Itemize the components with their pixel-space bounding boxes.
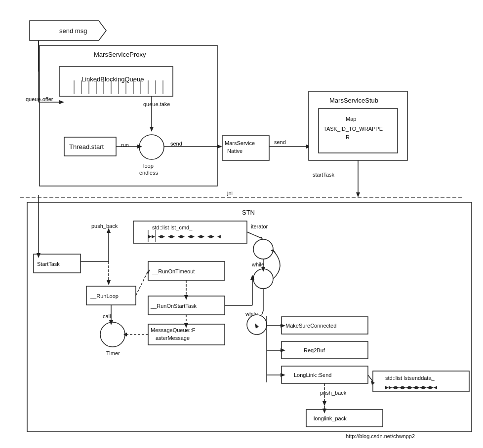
svg-text:▶▶◀▶◀▶◀▶◀▶◀▶◀▶◀: ▶▶◀▶◀▶◀▶◀▶◀▶◀▶◀ (385, 385, 437, 390)
iterator-label: iterator (251, 224, 268, 229)
svg-text:▶▶: ▶▶ (148, 234, 155, 239)
svg-point-79 (100, 322, 125, 347)
svg-text:Native: Native (227, 148, 242, 154)
mars-proxy-label: MarsServiceProxy (94, 51, 146, 58)
queue-take-label: queue.take (143, 101, 170, 107)
longlink-pack-label: longlink_pack (314, 415, 347, 421)
lbq-label: LinkedBlockingQueue (81, 75, 144, 83)
jni-label: jni (227, 190, 233, 196)
start-task-arrow-label: startTask (313, 172, 335, 178)
queue-offer-label: queue.offer (26, 96, 53, 102)
svg-point-52 (253, 239, 273, 259)
std-list-cmd-label: std::list lst_cmd_ (152, 224, 193, 230)
make-sure-connected-label: MakeSureConnected (285, 323, 336, 329)
send-msg-label: send msg (59, 27, 87, 35)
req2buf-label: Req2Buf (304, 347, 325, 353)
svg-text:◀▶: ◀▶ (198, 234, 204, 239)
push-back2-label: push_back (320, 390, 347, 396)
run-label: run (121, 142, 129, 148)
svg-text:◀: ◀ (217, 234, 221, 239)
mars-stub-label: MarsServiceStub (329, 97, 378, 104)
svg-text:◀▶: ◀▶ (178, 234, 185, 239)
svg-text:endless: endless (139, 170, 158, 176)
msg-queue-label: MessageQueue::F (151, 327, 196, 333)
svg-point-23 (139, 135, 164, 159)
longlink-send-label: LongLink::Send (294, 372, 331, 378)
diagram-container: send msg MarsServiceProxy LinkedBlocking… (0, 0, 483, 448)
svg-text:R: R (346, 134, 350, 140)
svg-text:◀▶: ◀▶ (207, 234, 214, 239)
push-back-label: push_back (91, 223, 118, 229)
send1-label: send (170, 141, 182, 147)
svg-text:TASK_ID_TO_WRAPPE: TASK_ID_TO_WRAPPE (323, 126, 383, 132)
svg-text:◀▶: ◀▶ (158, 234, 165, 239)
call-label: call (103, 313, 111, 319)
svg-text:◀▶: ◀▶ (188, 234, 195, 239)
run-on-timeout-label: __RunOnTimeout (152, 268, 195, 274)
run-on-start-task-label: __RunOnStartTask (150, 303, 197, 309)
std-list-send-label: std::list lstsenddata_ (385, 375, 435, 381)
url-label: http://blog.csdn.net/chwnpp2 (346, 433, 415, 439)
while1-label: while (251, 261, 264, 267)
run-loop-label: __RunLoop (90, 293, 119, 299)
thread-start-label: Thread.start (69, 143, 104, 150)
send2-label: send (274, 139, 286, 145)
svg-text:◀▶: ◀▶ (168, 234, 175, 239)
start-task-box-label: StartTask (37, 261, 60, 267)
svg-point-75 (247, 315, 267, 335)
svg-rect-40 (27, 202, 472, 432)
stn-label: STN (242, 209, 255, 216)
loop-endless-label: loop (143, 163, 154, 169)
map-label: Map (346, 116, 356, 122)
svg-text:asterMessage: asterMessage (156, 335, 190, 341)
mars-native-label: MarsService (225, 140, 255, 146)
timer-label: Timer (106, 350, 120, 356)
